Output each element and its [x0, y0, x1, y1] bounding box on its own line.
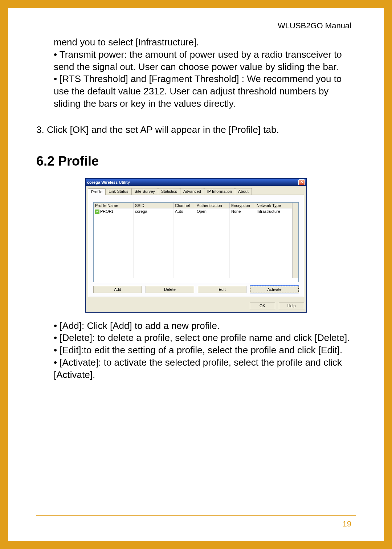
- row-auth: Open: [195, 208, 230, 214]
- bullet-activate: • [Activate]: to activate the selected p…: [36, 357, 356, 381]
- row-profile-name: PROF1: [100, 209, 114, 214]
- row-channel: Auto: [173, 208, 195, 214]
- col-authentication[interactable]: Authentication: [195, 203, 230, 208]
- col-profile-name[interactable]: Profile Name: [94, 203, 134, 208]
- bullet-transmit-power: • Transmit power: the amount of power us…: [36, 49, 356, 73]
- tab-site-survey[interactable]: Site Survey: [131, 188, 158, 195]
- activate-button[interactable]: Activate: [250, 286, 299, 293]
- tab-ip-information[interactable]: IP Information: [204, 188, 235, 195]
- col-network-type[interactable]: Network Type: [255, 203, 292, 208]
- screenshot-dialog: corega Wireless Utility ✕ Profile Link S…: [85, 178, 307, 313]
- window-title: corega Wireless Utility: [87, 179, 130, 186]
- ok-button[interactable]: OK: [250, 302, 275, 309]
- bullet-edit: • [Edit]:to edit the setting of a profil…: [36, 344, 356, 357]
- frag-continuation: mend you to select [Infrastructure].: [36, 36, 356, 49]
- tab-about[interactable]: About: [235, 188, 252, 195]
- tab-link-status[interactable]: Link Status: [105, 188, 131, 195]
- row-enc: None: [230, 208, 255, 214]
- col-channel[interactable]: Channel: [173, 203, 195, 208]
- footer-divider: [36, 515, 356, 516]
- tab-statistics[interactable]: Statistics: [158, 188, 180, 195]
- check-icon: ✔: [95, 210, 99, 214]
- tabstrip: Profile Link Status Site Survey Statisti…: [88, 188, 304, 195]
- table-row[interactable]: ✔PROF1 corega Auto Open None Infrastruct…: [94, 208, 298, 214]
- section-heading: 6.2 Profile: [36, 154, 356, 169]
- close-icon[interactable]: ✕: [298, 179, 305, 185]
- col-encryption[interactable]: Encryption: [230, 203, 255, 208]
- delete-button[interactable]: Delete: [146, 286, 194, 293]
- bullet-delete: • [Delete]: to delete a profile, select …: [36, 332, 356, 344]
- help-button[interactable]: Help: [279, 302, 304, 309]
- profile-list[interactable]: Profile Name SSID Channel Authentication…: [93, 202, 299, 282]
- header-title: WLUSB2GO Manual: [278, 21, 351, 30]
- titlebar: corega Wireless Utility ✕: [86, 179, 306, 186]
- col-ssid[interactable]: SSID: [134, 203, 173, 208]
- list-header: Profile Name SSID Channel Authentication…: [94, 203, 298, 208]
- bullet-rts-threshold: • [RTS Threshold] and [Fragment Threshol…: [36, 73, 356, 110]
- step-3: 3. Click [OK] and the set AP will appear…: [36, 124, 356, 136]
- bullet-add: • [Add]: Click [Add] to add a new profil…: [36, 320, 356, 332]
- scrollbar[interactable]: [292, 203, 298, 208]
- row-ssid: corega: [134, 208, 173, 214]
- add-button[interactable]: Add: [93, 286, 142, 293]
- tab-advanced[interactable]: Advanced: [180, 188, 204, 195]
- edit-button[interactable]: Edit: [198, 286, 246, 293]
- tab-profile[interactable]: Profile: [88, 188, 106, 195]
- page-number: 19: [343, 519, 351, 529]
- row-net: Infrastructure: [255, 208, 292, 214]
